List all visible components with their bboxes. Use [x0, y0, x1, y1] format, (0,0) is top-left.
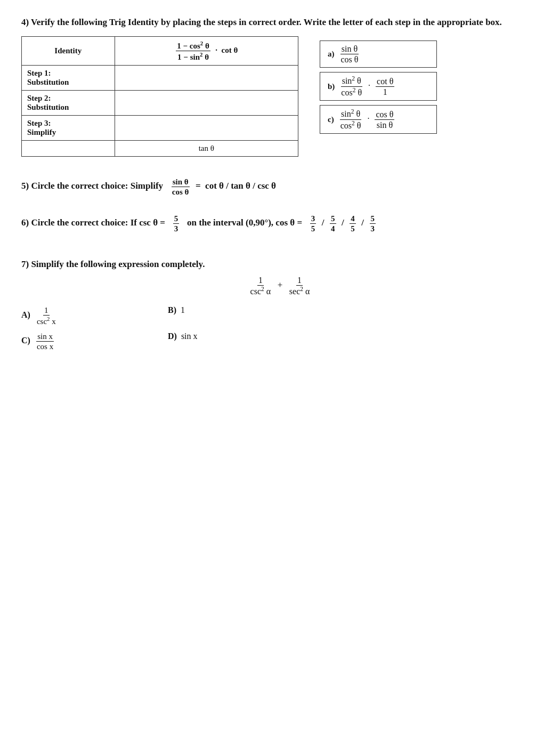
option-c-formula: sin2 θ cos2 θ · cos θ sin θ — [338, 108, 396, 131]
q7-c-den: cos x — [36, 342, 54, 351]
q5-equals: = — [196, 181, 201, 191]
question-5: 5) Circle the correct choice: Simplify s… — [21, 177, 539, 197]
q7-frac-left: 1 csc2 α — [249, 275, 272, 297]
step1-label: Step 1:Substitution — [22, 65, 115, 90]
question-7: 7) Simplify the following expression com… — [21, 259, 539, 351]
cos-theta: cos θ — [340, 54, 360, 64]
sin-theta: sin θ — [340, 44, 359, 54]
step3-answer-cell[interactable] — [115, 115, 298, 140]
q7-d-label: D) — [168, 332, 177, 341]
q5-prefix: 5) Circle the correct choice: Simplify — [21, 181, 163, 191]
result-tan-cell: tan θ — [115, 140, 298, 156]
table-row-step3: Step 3:Simplify — [22, 115, 298, 140]
identity-denominator: 1 − sin2 θ — [176, 51, 210, 62]
q6-csc-num: 5 — [173, 214, 180, 224]
option-c-label: c) — [328, 115, 334, 124]
q7-answer-c: C) sin x cos x — [21, 332, 152, 351]
cot-over-1-frac: cot θ 1 — [376, 76, 394, 97]
q7-answer-b: B) 1 — [168, 305, 298, 326]
q7-left-num: 1 — [257, 275, 264, 286]
q4-table-wrapper: Identity 1 − cos2 θ 1 − sin2 θ · cot θ — [21, 36, 298, 162]
q6-choice1: 3 5 — [310, 214, 316, 233]
q7-title: 7) Simplify the following expression com… — [21, 259, 539, 270]
cot-theta-b: cot θ — [376, 76, 394, 87]
identity-fraction: 1 − cos2 θ 1 − sin2 θ — [176, 40, 210, 62]
q7-a-formula: 1 csc2 x — [36, 305, 57, 326]
option-a[interactable]: a) sin θ cos θ — [320, 41, 437, 68]
question-4: 4) Verify the following Trig Identity by… — [21, 16, 539, 162]
option-b-formula: sin2 θ cos2 θ · cot θ 1 — [339, 75, 395, 98]
identity-formula: 1 − cos2 θ 1 − sin2 θ · cot θ — [175, 46, 238, 54]
q5-choices: cot θ / tan θ / csc θ — [205, 181, 276, 191]
q6-c4-den: 3 — [370, 224, 376, 233]
q5-title: 5) Circle the correct choice: Simplify s… — [21, 177, 539, 197]
sin2-theta-c: sin2 θ — [340, 108, 361, 120]
sin-over-cos-frac: sin θ cos θ — [340, 44, 360, 64]
q7-c-label: C) — [21, 336, 30, 345]
q7-b-value: 1 — [181, 305, 185, 314]
q7-a-label: A) — [21, 310, 30, 319]
q6-choice2: 5 4 — [330, 214, 336, 233]
sin2-cos2-frac-c: sin2 θ cos2 θ — [339, 108, 362, 131]
q6-csc-den: 3 — [173, 224, 180, 233]
q5-fraction: sin θ cos θ — [171, 177, 190, 197]
q6-interval: on the interval (0,90°), cos θ = — [187, 217, 302, 228]
q7-left-den: csc2 α — [249, 286, 272, 297]
q4-layout: Identity 1 − cos2 θ 1 − sin2 θ · cot θ — [21, 36, 539, 162]
q6-c1-den: 5 — [310, 224, 316, 233]
table-row-result: tan θ — [22, 140, 298, 156]
q6-choice4: 5 3 — [370, 214, 376, 233]
q6-prefix: 6) Circle the correct choice: If csc θ = — [21, 217, 165, 228]
q5-frac-num: sin θ — [172, 177, 190, 187]
q6-c1-num: 3 — [310, 214, 316, 224]
table-row-step2: Step 2:Substitution — [22, 90, 298, 115]
q7-c-num: sin x — [36, 332, 54, 342]
q6-csc-frac: 5 3 — [173, 214, 180, 233]
q7-b-label: B) — [168, 305, 176, 314]
q7-right-den: sec2 α — [288, 286, 311, 297]
result-empty-cell — [22, 140, 115, 156]
q7-expression: 1 csc2 α + 1 sec2 α — [21, 275, 539, 297]
cos2-theta-b: cos2 θ — [340, 87, 363, 98]
q7-a-num: 1 — [43, 305, 50, 316]
question-6: 6) Circle the correct choice: If csc θ =… — [21, 214, 539, 233]
one-b: 1 — [382, 87, 388, 97]
cos-sin-frac-c: cos θ sin θ — [375, 109, 394, 130]
q6-c2-den: 4 — [330, 224, 336, 233]
identity-numerator: 1 − cos2 θ — [176, 40, 210, 51]
step2-label: Step 2:Substitution — [22, 90, 115, 115]
q6-choice3: 4 5 — [350, 214, 356, 233]
q7-right-num: 1 — [296, 275, 303, 286]
q7-answers: A) 1 csc2 x B) 1 C) sin x cos x D) sin x — [21, 305, 298, 351]
option-b-label: b) — [328, 82, 335, 91]
cos2-theta-c: cos2 θ — [339, 120, 362, 131]
q6-c3-num: 4 — [350, 214, 356, 224]
option-c[interactable]: c) sin2 θ cos2 θ · cos θ sin θ — [320, 105, 437, 134]
q7-c-formula: sin x cos x — [36, 332, 54, 351]
cos-theta-c: cos θ — [375, 109, 394, 120]
q7-a-den: csc2 x — [36, 316, 57, 326]
option-a-formula: sin θ cos θ — [339, 44, 361, 64]
sin2-cos2-frac: sin2 θ cos2 θ — [340, 75, 363, 98]
table-row-step1: Step 1:Substitution — [22, 65, 298, 90]
sin2-theta: sin2 θ — [341, 75, 362, 87]
col-identity-header: Identity — [22, 36, 115, 65]
q6-title: 6) Circle the correct choice: If csc θ =… — [21, 214, 539, 233]
q6-c3-den: 5 — [350, 224, 356, 233]
q5-frac-den: cos θ — [171, 187, 190, 197]
q6-c2-num: 5 — [330, 214, 336, 224]
option-a-label: a) — [328, 50, 335, 59]
q7-d-value: sin x — [181, 332, 198, 341]
q4-title: 4) Verify the following Trig Identity by… — [21, 16, 539, 29]
col-formula-header: 1 − cos2 θ 1 − sin2 θ · cot θ — [115, 36, 298, 65]
q7-frac-right: 1 sec2 α — [288, 275, 311, 297]
q6-choices: 3 5 / 5 4 / 4 5 / 5 3 — [309, 217, 377, 228]
q6-c4-num: 5 — [370, 214, 376, 224]
step2-answer-cell[interactable] — [115, 90, 298, 115]
step1-answer-cell[interactable] — [115, 65, 298, 90]
sin-theta-c: sin θ — [376, 120, 394, 130]
step3-label: Step 3:Simplify — [22, 115, 115, 140]
q4-options: a) sin θ cos θ b) sin2 θ cos2 θ · — [320, 41, 437, 134]
q7-answer-a: A) 1 csc2 x — [21, 305, 152, 326]
option-b[interactable]: b) sin2 θ cos2 θ · cot θ 1 — [320, 72, 437, 101]
